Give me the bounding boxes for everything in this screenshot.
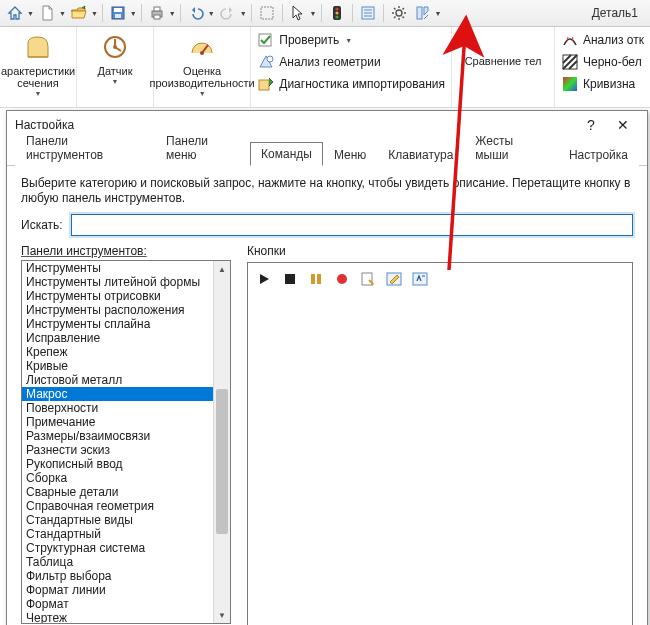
select-button[interactable] <box>287 2 309 24</box>
scroll-down-icon[interactable]: ▼ <box>214 607 230 623</box>
select-over-geometry-button[interactable] <box>256 2 278 24</box>
chevron-down-icon[interactable]: ▼ <box>59 10 66 17</box>
ribbon-item-curvature[interactable]: Кривизна <box>561 73 635 95</box>
ribbon-group-sensor[interactable]: Датчик ▼ <box>77 27 154 107</box>
ribbon-item-label: Анализ геометрии <box>279 55 380 69</box>
help-button[interactable]: ? <box>575 111 607 139</box>
list-item[interactable]: Инструменты отрисовки <box>22 289 213 303</box>
chevron-down-icon[interactable]: ▼ <box>27 10 34 17</box>
list-item[interactable]: Чертеж <box>22 611 213 623</box>
customize-button[interactable] <box>412 2 434 24</box>
list-item[interactable]: Таблица <box>22 555 213 569</box>
ribbon-label: Сравнение тел <box>465 55 542 67</box>
list-item[interactable]: Структурная система <box>22 541 213 555</box>
separator <box>141 4 142 22</box>
undo-button[interactable] <box>185 2 207 24</box>
open-button[interactable] <box>68 2 90 24</box>
list-item[interactable]: Сварные детали <box>22 485 213 499</box>
scroll-thumb[interactable] <box>216 389 228 534</box>
list-item[interactable]: Формат линии <box>22 583 213 597</box>
list-item[interactable]: Справочная геометрия <box>22 499 213 513</box>
close-button[interactable]: ✕ <box>607 111 639 139</box>
list-item[interactable]: Стандартный <box>22 527 213 541</box>
new-button[interactable] <box>36 2 58 24</box>
chevron-down-icon[interactable]: ▼ <box>130 10 137 17</box>
scroll-up-icon[interactable]: ▲ <box>214 261 230 277</box>
ribbon-item-import-diagnostics[interactable]: Диагностика импортирования <box>257 73 445 95</box>
tab-customize[interactable]: Настройка <box>558 143 639 166</box>
list-item[interactable]: Примечание <box>22 415 213 429</box>
list-item[interactable]: Фильтр выбора <box>22 569 213 583</box>
list-item[interactable]: Инструменты <box>22 261 213 275</box>
pause-macro-button[interactable] <box>306 269 326 289</box>
list-item[interactable]: Размеры/взаимосвязи <box>22 429 213 443</box>
new-macro-button[interactable] <box>358 269 378 289</box>
docs-button[interactable] <box>357 2 379 24</box>
list-item[interactable]: Крепеж <box>22 345 213 359</box>
separator <box>321 4 322 22</box>
traffic-light-button[interactable] <box>326 2 348 24</box>
separator <box>383 4 384 22</box>
list-item[interactable]: Сборка <box>22 471 213 485</box>
chevron-down-icon[interactable]: ▼ <box>240 10 247 17</box>
list-item[interactable]: Инструменты расположения <box>22 303 213 317</box>
ribbon-item-label: Анализ отк <box>583 33 644 47</box>
options-button[interactable] <box>388 2 410 24</box>
tab-keyboard[interactable]: Клавиатура <box>377 143 464 166</box>
scrollbar[interactable]: ▲ ▼ <box>213 261 230 623</box>
buttons-pane: Кнопки <box>247 244 633 625</box>
list-item[interactable]: Рукописный ввод <box>22 457 213 471</box>
svg-rect-1 <box>114 8 122 12</box>
custom-macro-button[interactable] <box>410 269 430 289</box>
ribbon-item-zebra[interactable]: Черно-бел <box>561 51 642 73</box>
list-item[interactable]: Поверхности <box>22 401 213 415</box>
home-button[interactable] <box>4 2 26 24</box>
edit-macro-button[interactable] <box>384 269 404 289</box>
zebra-icon <box>561 53 579 71</box>
tab-menu[interactable]: Меню <box>323 143 377 166</box>
run-macro-button[interactable] <box>254 269 274 289</box>
chevron-down-icon[interactable]: ▼ <box>310 10 317 17</box>
dialog-body: Выберите категорию и поисковый запрос, н… <box>7 166 647 625</box>
list-item[interactable]: Стандартные виды <box>22 513 213 527</box>
tab-menu-panels[interactable]: Панели меню <box>155 129 250 166</box>
list-item[interactable]: Макрос <box>22 387 213 401</box>
stop-macro-button[interactable] <box>280 269 300 289</box>
save-button[interactable] <box>107 2 129 24</box>
list-item[interactable]: Разнести эскиз <box>22 443 213 457</box>
list-item[interactable]: Формат <box>22 597 213 611</box>
ribbon-item-deviation-analysis[interactable]: Анализ отк <box>561 29 644 51</box>
ribbon-group-compare[interactable]: Сравнение тел <box>452 27 555 107</box>
print-button[interactable] <box>146 2 168 24</box>
scroll-track[interactable] <box>214 277 230 607</box>
chevron-down-icon[interactable]: ▼ <box>435 10 442 17</box>
gear-icon <box>391 5 407 21</box>
chevron-down-icon[interactable]: ▼ <box>91 10 98 17</box>
ribbon-item-geometry-analysis[interactable]: Анализ геометрии <box>257 51 380 73</box>
redo-icon <box>220 5 236 21</box>
list-item[interactable]: Инструменты сплайна <box>22 317 213 331</box>
list-item[interactable]: Кривые <box>22 359 213 373</box>
ribbon-group-performance[interactable]: Оценка производительности ▼ <box>154 27 251 107</box>
ribbon-group-section-properties[interactable]: арактеристики сечения ▼ <box>0 27 77 107</box>
chevron-down-icon: ▼ <box>112 78 119 85</box>
tab-commands[interactable]: Команды <box>250 142 323 166</box>
chevron-down-icon[interactable]: ▼ <box>208 10 215 17</box>
ribbon-item-check[interactable]: Проверить ▼ <box>257 29 352 51</box>
list-item[interactable]: Листовой металл <box>22 373 213 387</box>
list-item[interactable]: Инструменты литейной формы <box>22 275 213 289</box>
list-item[interactable]: Исправление <box>22 331 213 345</box>
categories-pane: Панели инструментов: ИнструментыИнструме… <box>21 244 231 625</box>
redo-button[interactable] <box>217 2 239 24</box>
record-macro-button[interactable] <box>332 269 352 289</box>
svg-rect-2 <box>115 14 121 18</box>
svg-rect-39 <box>563 77 577 91</box>
tab-toolbars[interactable]: Панели инструментов <box>15 129 155 166</box>
tab-mouse-gestures[interactable]: Жесты мыши <box>464 129 558 166</box>
svg-rect-32 <box>259 80 269 90</box>
svg-rect-4 <box>154 7 160 11</box>
categories-listbox[interactable]: ИнструментыИнструменты литейной формыИнс… <box>21 260 231 624</box>
new-file-icon <box>39 5 55 21</box>
search-input[interactable] <box>71 214 633 236</box>
chevron-down-icon[interactable]: ▼ <box>169 10 176 17</box>
